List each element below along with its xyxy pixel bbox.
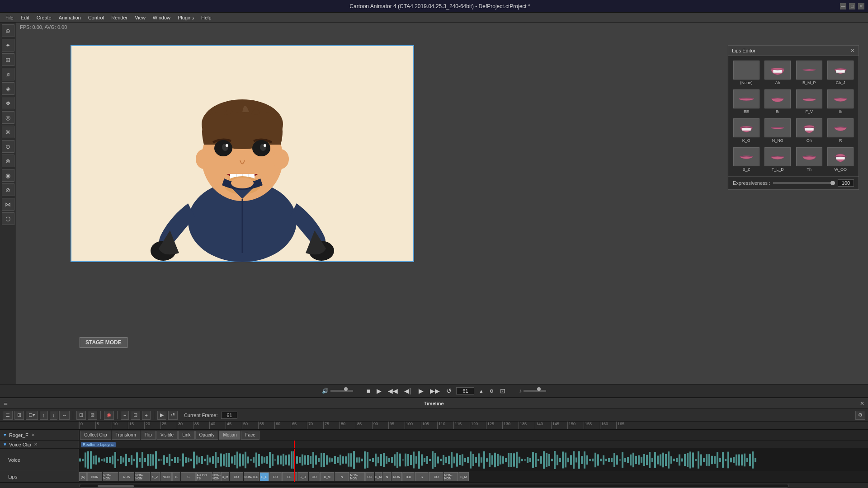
tool-puppet[interactable]: ⋈ xyxy=(2,198,14,211)
lip-shape-tld[interactable]: T_L_D xyxy=(763,145,793,174)
lip-clip-24[interactable]: N xyxy=(382,472,391,481)
lip-clip-0[interactable]: (N) xyxy=(79,472,87,481)
lip-shape-sz[interactable]: S_Z xyxy=(731,145,762,174)
lip-clip-8[interactable]: S xyxy=(181,472,196,481)
menu-window[interactable]: Window xyxy=(149,14,174,21)
lip-clip-23[interactable]: B_M xyxy=(375,472,382,481)
tl-loop[interactable]: ↺ xyxy=(168,411,178,420)
tl-fit[interactable]: ⊡ xyxy=(131,411,140,420)
tl-link[interactable]: ⊞ xyxy=(76,411,86,420)
flip-button[interactable]: Flip xyxy=(141,431,156,440)
volume-track-left[interactable] xyxy=(330,390,353,392)
lip-shape-bmp[interactable]: B_M_P xyxy=(794,59,825,87)
lip-clip-25[interactable]: NON xyxy=(392,472,401,481)
scrollbar-track[interactable] xyxy=(79,484,789,488)
lip-shape-woo[interactable]: W_OO xyxy=(826,145,856,174)
visible-button[interactable]: Visible xyxy=(156,431,178,440)
tl-zoom-out[interactable]: − xyxy=(121,411,129,420)
roger-expand-arrow[interactable]: ▼ xyxy=(3,432,7,437)
tl-move-down[interactable]: ↓ xyxy=(50,411,58,420)
menu-control[interactable]: Control xyxy=(85,14,108,21)
tl-zoom-in[interactable]: + xyxy=(142,411,150,420)
fullscreen-button[interactable]: ⊡ xyxy=(498,386,507,395)
prev-key-button[interactable]: ◀◀ xyxy=(386,386,400,395)
lip-clip-5[interactable]: S_Z xyxy=(151,472,160,481)
frame-input[interactable] xyxy=(456,387,474,394)
lip-clip-1[interactable]: NON xyxy=(87,472,102,481)
menu-animation[interactable]: Animation xyxy=(55,14,85,21)
tool-light[interactable]: ❋ xyxy=(2,126,14,138)
play-button[interactable]: ▶ xyxy=(375,386,383,395)
lip-shape-chj[interactable]: Ch_J xyxy=(826,59,856,87)
prev-frame-button[interactable]: ◀| xyxy=(402,386,413,395)
loop-button[interactable]: ↺ xyxy=(444,386,453,395)
lip-clip-13[interactable]: NON-TLD xyxy=(244,472,259,481)
tool-deform[interactable]: ◉ xyxy=(2,169,14,182)
link-button[interactable]: Link xyxy=(178,431,194,440)
menu-edit[interactable]: Edit xyxy=(17,14,33,21)
menu-plugins[interactable]: Plugins xyxy=(174,14,198,21)
transform-button[interactable]: Transform xyxy=(112,431,140,440)
lip-shape-oh[interactable]: Oh xyxy=(794,117,825,145)
settings-button[interactable]: ⚙ xyxy=(488,388,495,394)
lip-shape-ih[interactable]: Ih xyxy=(826,88,856,116)
lip-clip-18[interactable]: OO xyxy=(309,472,320,481)
lip-clip-3[interactable]: NON xyxy=(119,472,134,481)
lip-clip-12[interactable]: OO xyxy=(230,472,243,481)
lip-shape-ee[interactable]: EE xyxy=(731,88,762,116)
lip-shape-fv[interactable]: F_V xyxy=(794,88,825,116)
tool-select[interactable]: ⊕ xyxy=(2,24,14,37)
lip-clip-10[interactable]: NON-NON xyxy=(212,472,221,481)
tl-unlink[interactable]: ⊠ xyxy=(88,411,97,420)
lip-clip-26[interactable]: TLD xyxy=(402,472,415,481)
next-key-button[interactable]: ▶▶ xyxy=(428,386,442,395)
lip-shape-r[interactable]: R xyxy=(826,117,856,145)
lip-clip-6[interactable]: NON xyxy=(160,472,172,481)
lip-clip-27[interactable]: S xyxy=(415,472,429,481)
lips-editor-close-button[interactable]: ✕ xyxy=(850,47,855,54)
tool-particle[interactable]: ⊙ xyxy=(2,140,14,153)
lip-shape-th[interactable]: Th xyxy=(794,145,825,174)
opacity-button[interactable]: Opacity xyxy=(195,431,219,440)
scrollbar-thumb[interactable] xyxy=(98,485,134,488)
menu-render[interactable]: Render xyxy=(108,14,131,21)
voice-clip-close-button[interactable]: ✕ xyxy=(34,442,38,447)
tool-motion[interactable]: ♬ xyxy=(2,68,14,80)
lip-clip-28[interactable]: OO xyxy=(429,472,443,481)
tool-sprite[interactable]: ⬡ xyxy=(2,212,14,225)
lip-shape-er[interactable]: Er xyxy=(763,88,793,116)
lip-clip-21[interactable]: NON-NON xyxy=(349,472,365,481)
menu-view[interactable]: View xyxy=(131,14,149,21)
timeline-close-button[interactable]: ✕ xyxy=(860,400,864,407)
current-frame-input[interactable] xyxy=(221,412,237,419)
roger-close-button[interactable]: ✕ xyxy=(31,432,35,437)
lip-shape-ah[interactable]: Ah xyxy=(763,59,793,87)
lip-clip-14[interactable]: G_D xyxy=(259,472,269,481)
lip-clip-20[interactable]: N xyxy=(335,472,349,481)
tl-move-up[interactable]: ↑ xyxy=(40,411,48,420)
lip-clip-4[interactable]: NON-NON xyxy=(135,472,150,481)
next-frame-button[interactable]: |▶ xyxy=(415,386,426,395)
lip-clip-17[interactable]: G_D xyxy=(297,472,308,481)
menu-create[interactable]: Create xyxy=(33,14,55,21)
tool-bone[interactable]: ⊞ xyxy=(2,53,14,66)
lip-shape-kg[interactable]: K_G xyxy=(731,117,762,145)
tl-record[interactable]: ◉ xyxy=(104,411,114,420)
tl-reverse[interactable]: ↔ xyxy=(59,411,70,420)
face-button[interactable]: Face xyxy=(241,431,259,440)
frame-up-button[interactable]: ▲ xyxy=(477,388,485,394)
tl-copy[interactable]: ⊟▾ xyxy=(26,411,38,420)
tl-play-tl[interactable]: ▶ xyxy=(157,411,166,420)
lip-clip-15[interactable]: OO xyxy=(269,472,282,481)
maximize-button[interactable]: □ xyxy=(849,3,855,9)
lip-clip-11[interactable]: B_M xyxy=(221,472,229,481)
tl-delete[interactable]: ⊞ xyxy=(14,411,24,420)
lip-shape-nng[interactable]: N_NG xyxy=(763,117,793,145)
menu-help[interactable]: Help xyxy=(198,14,215,21)
tool-transform[interactable]: ✦ xyxy=(2,39,14,52)
tool-cut[interactable]: ◈ xyxy=(2,82,14,95)
tl-new-track[interactable]: ☰ xyxy=(3,411,13,420)
lip-clip-22[interactable]: OO xyxy=(365,472,374,481)
tl-settings[interactable]: ⚙ xyxy=(855,411,865,420)
expressiveness-input[interactable] xyxy=(838,179,854,187)
